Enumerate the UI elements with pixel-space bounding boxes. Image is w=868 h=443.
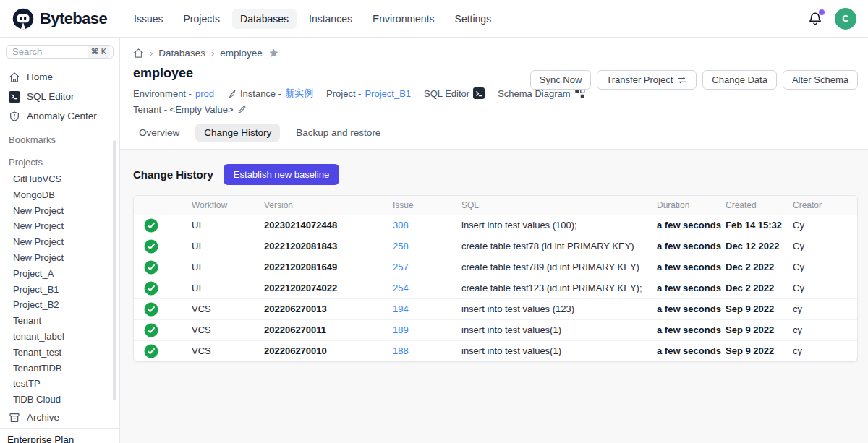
cell-creator: Cy <box>790 215 857 236</box>
issue-link[interactable]: 258 <box>393 241 409 251</box>
breadcrumb: › Databases › employee <box>120 38 868 63</box>
bytebase-logo[interactable]: Bytebase <box>12 7 107 30</box>
cell-version: 202206270013 <box>261 298 390 319</box>
cell-version: 202206270011 <box>261 319 390 340</box>
issue-link[interactable]: 257 <box>393 262 409 272</box>
sidebar-item-project[interactable]: Project_A <box>0 266 119 282</box>
sidebar-item-label: Home <box>27 72 53 82</box>
instance-meta: Instance - 新实例 <box>227 87 313 100</box>
nav-item-databases[interactable]: Databases <box>232 9 297 29</box>
table-row[interactable]: UI20221202074022254create table test123 … <box>134 278 857 298</box>
sidebar-item-project[interactable]: Project_B1 <box>0 282 119 298</box>
success-status-icon <box>144 281 158 296</box>
cell-duration: a few seconds <box>654 278 723 298</box>
tenant-meta: Tenant - <Empty Value> <box>133 104 247 115</box>
cell-duration: a few seconds <box>654 257 723 278</box>
cell-workflow: VCS <box>189 298 261 319</box>
cell-workflow: UI <box>189 257 261 278</box>
cell-created: Dec 2 2022 <box>723 278 790 298</box>
issue-link[interactable]: 189 <box>393 324 409 335</box>
cell-sql: create table test789 (id int PRIMARY KEY… <box>459 257 654 278</box>
table-row[interactable]: UI20221202081843258create table test78 (… <box>134 236 857 257</box>
table-row[interactable]: UI20230214072448308insert into test valu… <box>134 215 857 236</box>
sidebar-item-project[interactable]: Tenant <box>0 313 119 329</box>
change-history-table-card: Workflow Version Issue SQL Duration Crea… <box>133 195 858 362</box>
search-input[interactable] <box>12 46 70 57</box>
sidebar-item-project[interactable]: Tenant_test <box>0 345 119 361</box>
sidebar-item-archive[interactable]: Archive <box>0 412 119 423</box>
bytebase-logo-icon <box>12 7 35 30</box>
establish-new-baseline-button[interactable]: Establish new baseline <box>224 164 339 185</box>
notification-bell-icon[interactable] <box>807 11 823 27</box>
cell-sql: insert into test values(1) <box>459 319 654 340</box>
instance-link[interactable]: 新实例 <box>285 87 313 100</box>
sidebar-item-project[interactable]: New Project <box>0 203 119 219</box>
table-row[interactable]: VCS202206270013194insert into test value… <box>134 298 857 319</box>
page-title: employee <box>133 66 530 81</box>
sidebar-item-project[interactable]: TenantTiDB <box>0 361 119 377</box>
change-data-button[interactable]: Change Data <box>702 70 777 90</box>
topnav-right: C <box>807 8 856 30</box>
transfer-project-label: Transfer Project <box>606 74 673 85</box>
project-label: Project - <box>326 88 361 99</box>
nav-item-environments[interactable]: Environments <box>365 9 443 29</box>
issue-link[interactable]: 188 <box>393 345 409 356</box>
sidebar-item-project[interactable]: Project_B2 <box>0 297 119 313</box>
column-created: Created <box>723 196 790 215</box>
projects-section-label: Projects <box>0 157 119 168</box>
environment-link[interactable]: prod <box>195 88 214 99</box>
sidebar-item-project[interactable]: TiDB Cloud <box>0 392 119 408</box>
sidebar-item-project[interactable]: New Project <box>0 234 119 250</box>
issue-link[interactable]: 194 <box>393 304 409 314</box>
issue-link[interactable]: 254 <box>393 283 409 293</box>
edit-pencil-icon[interactable] <box>237 105 247 114</box>
nav-item-instances[interactable]: Instances <box>301 9 360 29</box>
cell-sql: insert into test values (100); <box>459 215 654 236</box>
sidebar-item-project[interactable]: New Project <box>0 250 119 266</box>
sidebar-item-anomaly-center[interactable]: Anomaly Center <box>0 106 119 126</box>
table-header-row: Workflow Version Issue SQL Duration Crea… <box>134 196 857 215</box>
cell-issue: 258 <box>390 236 459 257</box>
breadcrumb-home-icon[interactable] <box>133 48 144 59</box>
database-header: employee Environment - prod Instance - 新… <box>120 63 868 115</box>
sidebar-item-project[interactable]: testTP <box>0 376 119 392</box>
plan-row: Enterprise Plan <box>0 428 119 443</box>
transfer-project-button[interactable]: Transfer Project <box>597 70 697 90</box>
cell-creator: Cy <box>790 257 857 278</box>
success-status-icon <box>144 239 158 254</box>
tab-change-history[interactable]: Change History <box>195 124 280 142</box>
nav-item-issues[interactable]: Issues <box>126 9 171 29</box>
sync-now-button[interactable]: Sync Now <box>530 70 592 90</box>
table-row[interactable]: VCS202206270010188insert into test value… <box>134 340 857 361</box>
breadcrumb-employee[interactable]: employee <box>220 48 263 59</box>
search-box[interactable]: ⌘ K <box>6 45 114 59</box>
cell-sql: insert into test values(1) <box>459 340 654 361</box>
plan-label[interactable]: Enterprise Plan <box>7 434 74 443</box>
breadcrumb-databases[interactable]: Databases <box>158 48 205 59</box>
sidebar-item-home[interactable]: Home <box>0 67 119 87</box>
tab-overview[interactable]: Overview <box>130 124 188 142</box>
sql-editor-shortcut[interactable]: SQL Editor <box>424 87 485 99</box>
sidebar-item-project[interactable]: tenant_label <box>0 329 119 345</box>
sidebar-item-sql-editor[interactable]: SQL Editor <box>0 87 119 106</box>
table-row[interactable]: VCS202206270011189insert into test value… <box>134 319 857 340</box>
tab-backup-and-restore[interactable]: Backup and restore <box>287 124 389 142</box>
breadcrumb-separator: › <box>150 48 153 59</box>
nav-item-settings[interactable]: Settings <box>447 9 500 29</box>
favorite-star-icon[interactable] <box>268 48 279 59</box>
sidebar-item-project[interactable]: MongoDB <box>0 187 119 203</box>
nav-item-projects[interactable]: Projects <box>176 9 229 29</box>
project-link[interactable]: Project_B1 <box>365 88 411 99</box>
table-row[interactable]: UI20221202081649257create table test789 … <box>134 257 857 278</box>
cell-creator: Cy <box>790 236 857 257</box>
sidebar-item-project[interactable]: New Project <box>0 218 119 234</box>
issue-link[interactable]: 308 <box>393 220 409 231</box>
alter-schema-button[interactable]: Alter Schema <box>783 70 858 90</box>
main-content: › Databases › employee employee Environm… <box>120 38 868 443</box>
user-avatar[interactable]: C <box>835 8 856 30</box>
cell-version: 20230214072448 <box>261 215 390 236</box>
cell-duration: a few seconds <box>654 298 723 319</box>
cell-version: 20221202081649 <box>261 257 390 278</box>
sidebar-item-project[interactable]: GitHubVCS <box>0 171 119 187</box>
sidebar-scrollbar[interactable] <box>113 140 116 400</box>
